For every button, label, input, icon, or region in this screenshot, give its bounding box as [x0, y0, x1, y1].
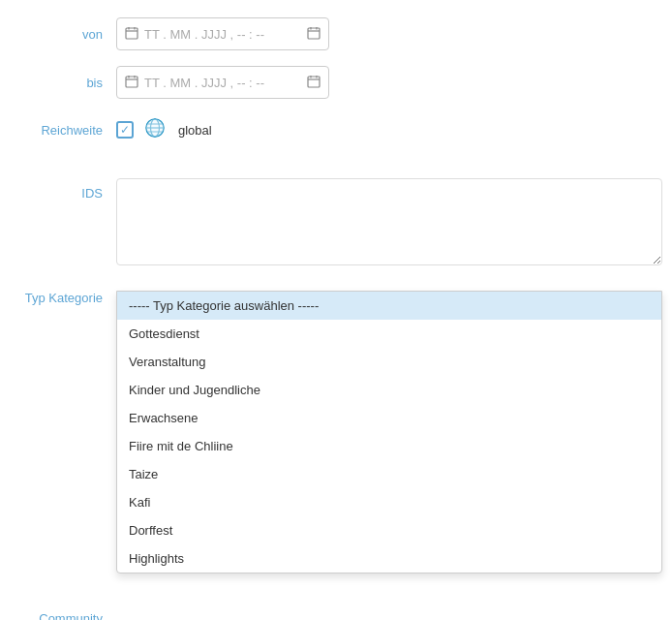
ids-textarea[interactable] [116, 178, 662, 265]
community-row: Community [0, 595, 672, 620]
global-text: global [178, 123, 212, 138]
svg-rect-8 [126, 77, 137, 87]
typ-kategorie-dropdown: ----- Typ Kategorie auswählen ----- Gott… [116, 291, 662, 574]
von-content: TT . MM . JJJJ , -- : -- [116, 17, 662, 50]
von-label: von [10, 27, 116, 42]
globe-icon [145, 118, 165, 142]
reichweite-row: Reichweite ✓ global [0, 107, 672, 153]
bis-row: bis TT . MM . JJJJ , -- : -- [0, 58, 672, 107]
dropdown-item-5[interactable]: Fiire mit de Chliine [117, 432, 661, 460]
ids-row: IDS [0, 169, 672, 273]
bis-date-placeholder: TT . MM . JJJJ , -- : -- [144, 76, 301, 90]
bis-date-input[interactable]: TT . MM . JJJJ , -- : -- [116, 66, 329, 99]
bis-label: bis [10, 76, 116, 90]
spacer-1 [0, 153, 672, 169]
dropdown-item-3[interactable]: Kinder und Jugendliche [117, 376, 661, 404]
von-calendar-icon-right [307, 26, 321, 43]
von-date-placeholder: TT . MM . JJJJ , -- : -- [144, 27, 301, 42]
bis-calendar-icon-right [307, 75, 321, 91]
typ-kategorie-content: ----- Typ Kategorie auswählen ----- ----… [116, 291, 662, 326]
bis-calendar-icon-left [125, 75, 138, 91]
typ-kategorie-row: Typ Kategorie ----- Typ Kategorie auswäh… [0, 281, 672, 333]
bis-content: TT . MM . JJJJ , -- : -- [116, 66, 662, 99]
dropdown-item-9[interactable]: Highlights [117, 544, 661, 573]
von-date-input[interactable]: TT . MM . JJJJ , -- : -- [116, 17, 329, 50]
dropdown-item-2[interactable]: Veranstaltung [117, 348, 661, 376]
ids-label: IDS [10, 178, 116, 201]
ids-content [116, 178, 662, 265]
svg-rect-12 [308, 77, 320, 87]
reichweite-label: Reichweite [10, 123, 116, 138]
svg-rect-4 [308, 28, 320, 39]
reichweite-checkbox[interactable]: ✓ [116, 121, 134, 139]
checkmark-icon: ✓ [120, 123, 130, 137]
von-row: von TT . MM . JJJJ , -- : -- [0, 10, 672, 58]
dropdown-item-0[interactable]: ----- Typ Kategorie auswählen ----- [117, 292, 661, 320]
reichweite-checkbox-wrapper: ✓ global [116, 118, 212, 142]
form-container: von TT . MM . JJJJ , -- : -- [0, 0, 672, 620]
svg-point-21 [146, 119, 164, 137]
svg-rect-0 [126, 28, 137, 39]
typ-kategorie-label: Typ Kategorie [10, 291, 116, 305]
von-calendar-icon-left [125, 26, 138, 43]
dropdown-item-4[interactable]: Erwachsene [117, 404, 661, 432]
dropdown-item-8[interactable]: Dorffest [117, 516, 661, 544]
dropdown-item-1[interactable]: Gottesdienst [117, 320, 661, 348]
reichweite-content: ✓ global [116, 118, 662, 142]
dropdown-item-6[interactable]: Taize [117, 460, 661, 488]
dropdown-item-7[interactable]: Kafi [117, 488, 661, 516]
community-label: Community [10, 611, 116, 621]
spacer-2 [0, 273, 672, 281]
